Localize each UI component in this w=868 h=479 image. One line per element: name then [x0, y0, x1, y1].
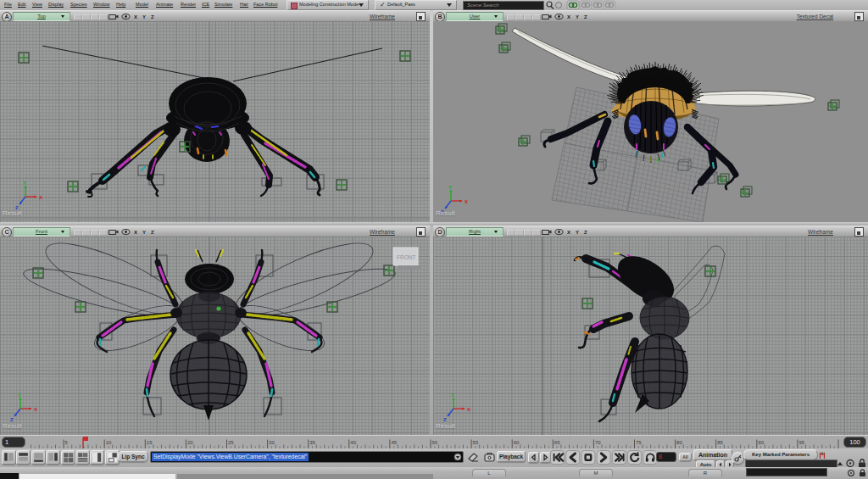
svg-text:X: X [465, 199, 468, 204]
svg-text:5: 5 [65, 440, 69, 445]
svg-text:35: 35 [309, 440, 315, 445]
svg-text:Y: Y [18, 393, 21, 398]
svg-text:95: 95 [798, 440, 804, 445]
svg-text:65: 65 [554, 440, 560, 445]
svg-text:90: 90 [758, 440, 764, 445]
svg-text:70: 70 [595, 440, 601, 445]
svg-text:80: 80 [676, 440, 682, 445]
svg-text:X: X [39, 195, 42, 200]
svg-text:85: 85 [717, 440, 723, 445]
svg-text:FRONT: FRONT [397, 254, 415, 260]
svg-text:30: 30 [269, 440, 275, 445]
svg-text:X: X [34, 407, 37, 412]
svg-text:40: 40 [350, 440, 356, 445]
svg-text:20: 20 [187, 440, 193, 445]
svg-text:45: 45 [391, 440, 397, 445]
svg-text:50: 50 [432, 440, 438, 445]
svg-text:Y: Y [451, 393, 454, 398]
svg-text:55: 55 [473, 440, 479, 445]
svg-text:X: X [467, 407, 470, 412]
svg-text:15: 15 [147, 440, 153, 445]
svg-text:Y: Y [448, 185, 452, 190]
svg-text:25: 25 [228, 440, 234, 445]
svg-text:60: 60 [514, 440, 520, 445]
svg-text:75: 75 [636, 440, 642, 445]
svg-text:Y: Y [23, 181, 26, 186]
svg-text:10: 10 [106, 440, 112, 445]
